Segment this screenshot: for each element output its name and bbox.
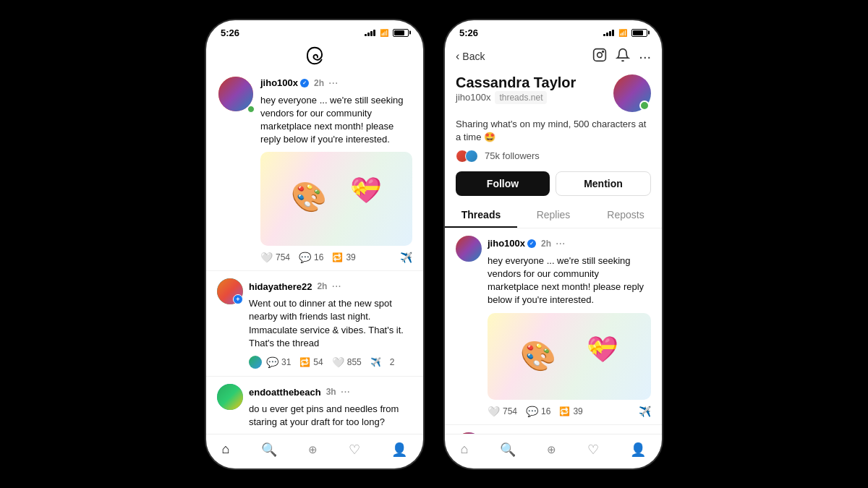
username-3: endoatthebeach 3h xyxy=(249,387,336,398)
profile-post-username-1: jiho100x ✓ 2h xyxy=(488,238,551,249)
online-dot-1 xyxy=(247,106,255,113)
follow-button[interactable]: Follow xyxy=(456,171,550,196)
signal-icon-2 xyxy=(603,29,614,36)
profile-repost-btn-1[interactable]: 🔁 39 xyxy=(559,406,582,416)
post-1: jiho100x ✓ 2h ··· hey everyone ... we're… xyxy=(206,72,423,272)
followers-count: 75k followers xyxy=(485,150,540,161)
profile-post-header-1: jiho100x ✓ 2h ··· xyxy=(488,236,651,252)
comment-icon-2: 💬 xyxy=(266,356,278,368)
profile-post-avatar-img-1 xyxy=(456,236,482,262)
phone-1: 5:26 📶 xyxy=(206,20,423,468)
compose-icon-2: ⊕ xyxy=(547,443,556,456)
profile-buttons: Follow Mention xyxy=(456,171,651,196)
like-btn-1[interactable]: 🤍 754 xyxy=(260,252,290,263)
profile-comment-icon-1: 💬 xyxy=(526,406,538,417)
nav-profile-2[interactable]: 👤 xyxy=(630,442,646,458)
tab-threads[interactable]: Threads xyxy=(445,202,517,228)
share-icon-2: ✈️ xyxy=(370,357,381,367)
heart-icon-2: 🤍 xyxy=(332,356,344,368)
profile-like-btn-1[interactable]: 🤍 754 xyxy=(488,406,517,417)
profile-handle-row: jiho100x threads.net xyxy=(456,91,576,104)
profile-name: Cassandra Taylor xyxy=(456,74,576,91)
home-icon-2: ⌂ xyxy=(461,442,469,457)
nav-likes-2[interactable]: ♡ xyxy=(587,442,599,458)
nav-search-2[interactable]: 🔍 xyxy=(500,442,516,458)
nav-search[interactable]: 🔍 xyxy=(261,442,277,458)
profile-more-btn-1[interactable]: ··· xyxy=(551,236,569,252)
share-icon-1: ✈️ xyxy=(400,252,412,263)
profile-post-content-1: hey everyone ... we're still seeking ven… xyxy=(488,254,651,307)
battery-icon xyxy=(393,29,409,37)
share-btn-1[interactable]: ✈️ xyxy=(400,252,412,263)
profile-comment-btn-1[interactable]: 💬 16 xyxy=(526,406,550,417)
username-1: jiho100x ✓ 2h xyxy=(260,77,324,88)
profile-verified-badge-1: ✓ xyxy=(527,239,536,248)
profile-repost-icon-1: 🔁 xyxy=(559,406,570,416)
bell-icon[interactable] xyxy=(616,48,630,66)
back-button[interactable]: ‹ Back xyxy=(456,50,485,63)
post-3: endoatthebeach 3h ··· do u ever get pins… xyxy=(206,377,423,434)
like-btn-2[interactable]: 🤍 855 xyxy=(332,356,362,368)
comment-btn-2[interactable]: 💬 31 xyxy=(266,356,291,368)
battery-icon-2 xyxy=(631,29,647,37)
post-content-2: Went out to dinner at the new spot nearb… xyxy=(249,297,412,350)
more-btn-2[interactable]: ··· xyxy=(327,278,345,294)
home-icon: ⌂ xyxy=(222,442,230,457)
heart-icon-1: 🤍 xyxy=(260,252,273,263)
status-bar-2: 5:26 📶 xyxy=(445,20,662,42)
status-icons-2: 📶 xyxy=(603,29,647,37)
nav-home-2[interactable]: ⌂ xyxy=(461,442,469,457)
share-btn-2[interactable]: ✈️ xyxy=(370,357,381,367)
more-btn-1[interactable]: ··· xyxy=(324,75,342,91)
phone-2: 5:26 📶 ‹ Back xyxy=(445,20,662,468)
mention-button[interactable]: Mention xyxy=(556,171,651,196)
nav-compose-2[interactable]: ⊕ xyxy=(547,443,556,456)
profile-post-avatar-img-2 xyxy=(456,432,482,434)
tab-reposts[interactable]: Reposts xyxy=(590,202,662,228)
post-2: + hidayathere22 2h ··· Went out to dinne… xyxy=(206,271,423,377)
nav-profile[interactable]: 👤 xyxy=(391,442,407,458)
profile-action-icons: ··· xyxy=(592,48,651,66)
profile-share-btn-1[interactable]: ✈️ xyxy=(639,406,651,417)
profile-handle: jiho100x xyxy=(456,92,490,103)
profile-heart-icon-1: 🤍 xyxy=(488,406,500,417)
repost-icon-1: 🔁 xyxy=(332,252,343,262)
profile-nav-icon-2: 👤 xyxy=(630,442,646,458)
heart-nav-icon: ♡ xyxy=(349,442,360,458)
svg-rect-0 xyxy=(594,48,606,61)
nav-home[interactable]: ⌂ xyxy=(222,442,230,457)
status-bar-1: 5:26 📶 xyxy=(206,20,423,42)
repost-btn-1[interactable]: 🔁 39 xyxy=(332,252,355,262)
svg-point-1 xyxy=(597,52,603,57)
profile-post-actions-1: 🤍 754 💬 16 🔁 39 ✈️ xyxy=(488,406,651,417)
time-1: 5:26 xyxy=(221,27,239,38)
avatar-3 xyxy=(217,384,243,410)
nav-likes[interactable]: ♡ xyxy=(349,442,360,458)
post-header-3: endoatthebeach 3h ··· xyxy=(249,384,412,400)
profile-post-2: jiho100x ✓ 2d ··· whyyyyy is Friday so f… xyxy=(445,425,662,434)
nav-compose[interactable]: ⊕ xyxy=(308,443,318,456)
bottom-nav-1: ⌂ 🔍 ⊕ ♡ 👤 xyxy=(206,434,423,468)
heart-nav-icon-2: ♡ xyxy=(587,442,599,458)
profile-feed: jiho100x ✓ 2h ··· hey everyone ... we're… xyxy=(445,228,662,434)
wifi-icon-2: 📶 xyxy=(618,29,627,37)
instagram-icon[interactable] xyxy=(592,48,607,66)
profile-online-dot xyxy=(639,100,650,111)
profile-nav-row: ‹ Back ··· xyxy=(456,48,651,66)
profile-header: ‹ Back ··· xyxy=(445,42,662,202)
search-icon-2: 🔍 xyxy=(500,442,516,458)
profile-post-avatar-2 xyxy=(456,432,482,434)
tab-replies[interactable]: Replies xyxy=(517,202,590,228)
followers-row: 75k followers xyxy=(456,150,651,163)
repost-btn-2[interactable]: 🔁 54 xyxy=(299,357,323,367)
post-header-1: jiho100x ✓ 2h ··· xyxy=(260,75,412,91)
feed-1: jiho100x ✓ 2h ··· hey everyone ... we're… xyxy=(206,72,423,434)
more-icon[interactable]: ··· xyxy=(639,48,651,65)
more-btn-3[interactable]: ··· xyxy=(336,384,354,400)
chevron-left-icon: ‹ xyxy=(456,50,459,63)
follower-avatar-2 xyxy=(465,150,478,163)
comment-btn-1[interactable]: 💬 16 xyxy=(299,252,323,263)
post-actions-1: 🤍 754 💬 16 🔁 39 ✈️ xyxy=(260,252,412,263)
saves-count-2: 2 xyxy=(390,357,395,367)
avatar-wrap-3 xyxy=(217,384,243,410)
